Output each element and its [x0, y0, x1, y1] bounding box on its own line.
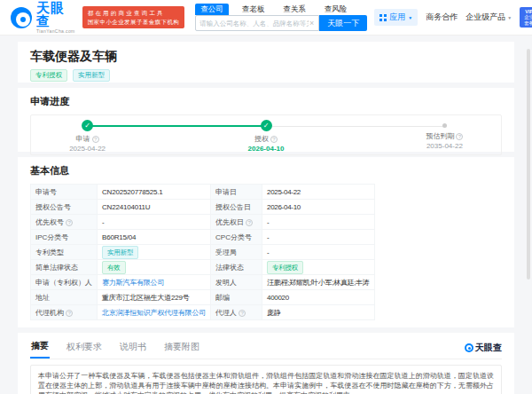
info-icon[interactable]: ? [270, 136, 278, 143]
agent-name: 庞静 [262, 305, 375, 320]
applicant-link[interactable]: 赛力斯汽车有限公司 [102, 279, 164, 287]
application-progress-card: 申请进度 ✓ 申请 ? 2025-04-22 ✓ 授权 ? 2026-04-10 [18, 88, 514, 152]
simple-legal-status-cell: 有效 [98, 260, 211, 275]
nav-enterprise-products[interactable]: 企业级产品 ▼ [466, 12, 512, 23]
table-row: 地址 重庆市江北区福生大道229号 邮编 400020 [31, 290, 375, 305]
tianyancha-logo[interactable]: 天眼查 TianYanCha.com [11, 1, 75, 34]
row-label: 代理机构 ? [31, 305, 98, 320]
row-label: CPC分类号 [211, 230, 262, 245]
timeline-step-application: ✓ 申请 ? 2025-04-22 [39, 120, 137, 153]
postal-code: 400020 [262, 290, 375, 305]
priority-date: - [262, 215, 375, 230]
nav-apps-label: 应用 [389, 12, 405, 23]
info-icon[interactable]: ? [246, 219, 253, 226]
search-input[interactable] [200, 20, 309, 28]
basic-info-card: 基本信息 申请号 CN202520778525.1 申请日 2025-04-22… [18, 157, 514, 327]
table-row: 授权公告号 CN224104011U 授权公告日 2026-04-10 [31, 200, 375, 215]
progress-timeline: ✓ 申请 ? 2025-04-22 ✓ 授权 ? 2026-04-10 预估到期 [30, 114, 502, 155]
row-label: 受理局 [211, 245, 262, 260]
agency-link[interactable]: 北京润泽恒知识产权代理有限公司 [102, 309, 206, 317]
document-card: 摘要 权利要求 说明书 摘要附图 天眼查 本申请公开了一种车载便器及车辆，车载便… [18, 333, 514, 394]
label-text: 优先权号 [35, 218, 64, 226]
chevron-down-icon: ▼ [507, 15, 512, 20]
label-text: 代理机构 [35, 309, 64, 317]
table-row: 申请号 CN202520778525.1 申请日 2025-04-22 [31, 185, 375, 200]
patent-type-tag: 实用新型 [73, 69, 110, 82]
nav-business-label: 商务合作 [426, 12, 458, 23]
label-text: 代理人 [215, 309, 237, 317]
ipc-class: B60R15/04 [98, 230, 211, 245]
promo-banner-line2: 国家中小企业发展子基金旗下机构 [88, 18, 180, 26]
tianyancha-eye-icon [11, 7, 32, 28]
patent-type-cell: 实用新型 [98, 245, 211, 260]
tab-description[interactable]: 说明书 [119, 338, 147, 358]
row-label: 法律状态 [211, 260, 262, 275]
search-tab-relation[interactable]: 查关系 [278, 4, 311, 15]
row-label: 邮编 [211, 290, 262, 305]
document-tabs: 摘要 权利要求 说明书 摘要附图 天眼查 [30, 337, 502, 359]
main-content: 车载便器及车辆 专利授权 实用新型 申请进度 ✓ 申请 ? 2025-04-22… [18, 42, 514, 394]
logo-name: 天眼查 [36, 1, 75, 28]
row-label: 优先权日 ? [211, 215, 262, 230]
timeline-step-expiry: 预估到期 ? 2035-04-22 [395, 120, 493, 150]
table-row: IPC分类号 B60R15/04 CPC分类号 - [31, 230, 375, 245]
step-label: 预估到期 [426, 131, 454, 141]
application-number: CN202520778525.1 [98, 185, 211, 200]
top-header: 天眼查 TianYanCha.com 都在用的商业查询工具 国家中小企业发展子基… [0, 0, 532, 35]
row-label: 优先权号 ? [31, 215, 98, 230]
search-tab-risk[interactable]: 查风险 [319, 4, 353, 15]
progress-section-title: 申请进度 [30, 95, 502, 108]
info-icon[interactable]: ? [66, 219, 73, 226]
nav-apps[interactable]: 应用 ▼ [374, 9, 418, 26]
tab-claims[interactable]: 权利要求 [66, 338, 103, 358]
info-icon[interactable]: ? [456, 133, 463, 140]
patent-title: 车载便器及车辆 [30, 49, 502, 65]
row-label: 授权公告日 [211, 200, 262, 215]
nav-enterprise-label: 企业级产品 [466, 12, 505, 23]
patent-title-card: 车载便器及车辆 专利授权 实用新型 [18, 42, 514, 83]
patent-status-tag: 专利授权 [30, 69, 67, 82]
check-circle-icon: ✓ [82, 120, 93, 131]
priority-number: - [98, 215, 211, 230]
info-icon[interactable]: ? [92, 136, 99, 143]
search-tab-company[interactable]: 查公司 [195, 4, 229, 15]
chevron-down-icon: ▼ [408, 15, 412, 20]
promo-banner: 都在用的商业查询工具 国家中小企业发展子基金旗下机构 [82, 6, 185, 28]
clear-search-icon[interactable]: × [309, 19, 315, 28]
tab-abstract-figure[interactable]: 摘要附图 [163, 338, 200, 358]
cpc-class: - [262, 230, 375, 245]
row-label: 申请号 [31, 185, 98, 200]
step-date: 2035-04-22 [395, 142, 493, 150]
info-icon[interactable]: ? [239, 310, 246, 317]
abstract-text: 本申请公开了一种车载便器及车辆，车载便器包括便器主体和滑轨组件，滑轨组件包括固定… [30, 365, 502, 394]
row-label: 申请（专利权）人 [31, 275, 98, 290]
row-label: IPC分类号 [31, 230, 98, 245]
nav-business-cooperation[interactable]: 商务合作 [426, 12, 458, 23]
row-label: 专利类型 [31, 245, 98, 260]
step-label: 授权 [254, 134, 269, 144]
row-label: 授权公告号 [31, 200, 98, 215]
search-tab-boss[interactable]: 查老板 [237, 4, 270, 15]
table-row: 代理机构 ? 北京润泽恒知识产权代理有限公司 代理人 ? 庞静 [31, 305, 375, 320]
granted-status-tag: 专利授权 [267, 261, 303, 274]
page-scrollbar[interactable] [527, 49, 530, 280]
step-label: 申请 [76, 134, 90, 144]
info-icon[interactable]: ? [66, 310, 73, 317]
grant-publication-date: 2026-04-10 [262, 200, 375, 215]
header-nav: 应用 ▼ 商务合作 企业级产品 ▼ VIP 企业套餐 此处有... ▼ [374, 7, 532, 28]
label-text: 优先权日 [215, 218, 244, 226]
vip-badge-line2: 企业套餐 [523, 14, 532, 26]
row-label: 代理人 ? [211, 305, 262, 320]
tab-abstract[interactable]: 摘要 [30, 337, 50, 359]
table-row: 申请（专利权）人 赛力斯汽车有限公司 发明人 汪鹏程;郑耀凯;叶小军;林真廷;丰… [31, 275, 375, 290]
search-tabs: 查公司 查老板 查关系 查风险 [195, 4, 367, 15]
step-date: 2026-04-10 [217, 145, 315, 153]
vip-badge[interactable]: VIP 企业套餐 [520, 7, 532, 28]
logo-subtext: TianYanCha.com [36, 29, 75, 34]
search-button[interactable]: 天眼一下 [319, 15, 367, 31]
table-row: 优先权号 ? - 优先权日 ? - [31, 215, 375, 230]
watermark-text: 天眼查 [475, 342, 502, 354]
vip-badge-line1: VIP [523, 9, 532, 15]
address: 重庆市江北区福生大道229号 [98, 290, 211, 305]
application-date: 2025-04-22 [262, 185, 375, 200]
